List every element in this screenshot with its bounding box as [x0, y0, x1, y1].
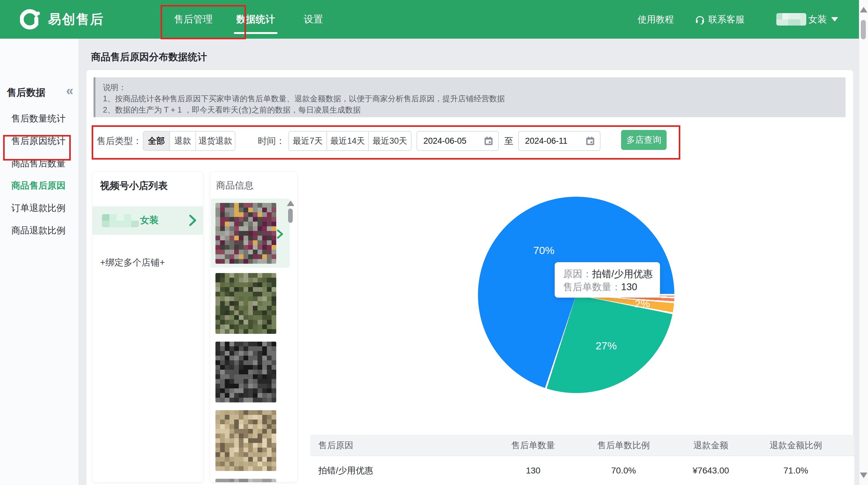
notice-line-2: 2、数据的生产为 T + 1 ，即今天看昨天(含)之前的数据，每日凌晨生成数据: [103, 104, 845, 115]
chevron-right-icon: [277, 229, 283, 239]
end-date-value: 2024-06-11: [525, 136, 567, 146]
headset-icon: [695, 14, 705, 25]
sidebar-item-after-sales-reason[interactable]: 售后原因统计: [0, 132, 79, 150]
nav-after-sales-management[interactable]: 售后管理: [168, 0, 218, 39]
time-option-7d[interactable]: 最近7天: [289, 132, 327, 150]
tooltip-reason-value: 拍错/少用优惠: [592, 268, 653, 279]
end-date-input[interactable]: 2024-06-11: [518, 131, 600, 151]
cell-count: 130: [503, 466, 563, 476]
calendar-icon: [483, 136, 494, 146]
filter-time-label: 时间：: [258, 131, 285, 151]
chart-tooltip: 原因：拍错/少用优惠 售后单数量：130: [555, 262, 660, 298]
nav-settings[interactable]: 设置: [301, 0, 326, 39]
account-name-suffix: 女装: [808, 13, 827, 26]
table-row: 拍错/少用优惠 130 70.0% ¥7643.00 71.0%: [310, 456, 854, 485]
brand-name: 易创售后: [48, 10, 104, 28]
product-thumbnail[interactable]: [215, 479, 276, 483]
account-name-redacted: [776, 13, 806, 26]
active-nav-underline: [234, 32, 278, 34]
col-header-refund-ratio: 退款金额比例: [737, 440, 854, 451]
notice-title: 说明：: [103, 82, 845, 93]
tooltip-count-value: 130: [621, 282, 637, 292]
chevron-right-icon: [189, 215, 197, 226]
product-thumbnail[interactable]: [215, 410, 276, 471]
support-link[interactable]: 联系客服: [708, 0, 745, 39]
brand: 易创售后: [20, 8, 104, 31]
type-option-all[interactable]: 全部: [144, 132, 170, 150]
sidebar-item-after-sales-count[interactable]: 售后数量统计: [0, 109, 79, 128]
scroll-up-icon[interactable]: [860, 7, 867, 12]
filter-type-label: 售后类型：: [97, 131, 142, 151]
cell-refund-amount: ¥7643.00: [684, 466, 737, 476]
chevron-down-icon: [831, 17, 838, 22]
notice-line-1: 1、按商品统计各种售后原因下买家申请的售后单数量、退款金额数据，以便于商家分析售…: [103, 93, 845, 104]
sidebar: 售后数据 « 售后数量统计 售后原因统计 商品售后数量 商品售后原因 订单退款比…: [0, 39, 79, 485]
start-date-input[interactable]: 2024-06-05: [416, 131, 499, 151]
cell-reason: 拍错/少用优惠: [310, 465, 503, 477]
time-option-30d[interactable]: 最近30天: [369, 132, 411, 150]
col-header-count-ratio: 售后单数比例: [563, 440, 684, 451]
calendar-icon: [585, 136, 595, 146]
brand-logo-icon: [20, 8, 42, 31]
notice-box: 说明： 1、按商品统计各种售后原因下买家申请的售后单数量、退款金额数据，以便于商…: [94, 77, 845, 117]
product-scrollbar-thumb[interactable]: [288, 208, 293, 223]
tutorial-link[interactable]: 使用教程: [638, 0, 674, 39]
product-thumbnail[interactable]: [215, 342, 276, 402]
product-info-title: 商品信息: [216, 179, 253, 192]
scroll-up-icon[interactable]: [287, 200, 294, 206]
store-name-redacted: [102, 214, 139, 227]
store-list-title: 视频号小店列表: [100, 179, 168, 192]
time-range-group: 最近7天 最近14天 最近30天: [288, 131, 411, 151]
page-title: 商品售后原因分布数据统计: [91, 51, 207, 64]
app-window: 易创售后 售后管理 数据统计 设置 使用教程 联系客服 女装 售后数据 « 售后…: [0, 0, 868, 485]
col-header-count: 售后单数量: [503, 440, 563, 451]
store-name-suffix: 女装: [140, 214, 159, 227]
tooltip-reason-label: 原因：: [563, 268, 592, 279]
bind-more-stores-link[interactable]: +绑定多个店铺+: [100, 257, 165, 269]
cell-refund-ratio: 71.0%: [737, 466, 854, 476]
sidebar-item-order-refund-ratio[interactable]: 订单退款比例: [0, 199, 79, 217]
time-option-14d[interactable]: 最近14天: [327, 132, 369, 150]
type-option-refund[interactable]: 退款: [170, 132, 196, 150]
store-list-item-selected[interactable]: 女装: [93, 206, 203, 235]
product-info-panel: 商品信息: [210, 171, 298, 483]
sidebar-item-product-as-count[interactable]: 商品售后数量: [0, 154, 79, 172]
sidebar-item-product-refund-ratio[interactable]: 商品退款比例: [0, 221, 79, 239]
app-header: 易创售后 售后管理 数据统计 设置 使用教程 联系客服 女装: [0, 0, 868, 39]
sidebar-collapse-icon[interactable]: «: [66, 84, 73, 97]
col-header-refund-amount: 退款金额: [684, 440, 737, 451]
account-menu[interactable]: 女装: [776, 0, 838, 39]
col-header-reason: 售后原因: [310, 440, 503, 451]
tooltip-count-label: 售后单数量：: [563, 282, 621, 292]
page-scrollbar[interactable]: [859, 0, 868, 485]
type-option-return-refund[interactable]: 退货退款: [196, 132, 235, 150]
reason-table-header: 售后原因 售后单数量 售后单数比例 退款金额 退款金额比例: [310, 435, 854, 456]
cell-count-ratio: 70.0%: [563, 466, 684, 476]
product-thumbnail[interactable]: [215, 273, 276, 334]
store-list-panel: 视频号小店列表 女装 +绑定多个店铺+: [92, 171, 203, 483]
product-thumbnail[interactable]: [215, 203, 276, 264]
date-to-label: 至: [501, 131, 516, 151]
after-sales-type-group: 全部 退款 退货退款: [143, 131, 236, 151]
sidebar-item-product-as-reason[interactable]: 商品售后原因: [0, 176, 79, 194]
multi-store-query-button[interactable]: 多店查询: [621, 130, 666, 150]
scroll-down-icon[interactable]: [860, 473, 867, 478]
page-scrollbar-thumb[interactable]: [861, 20, 866, 39]
start-date-value: 2024-06-05: [424, 136, 466, 146]
sidebar-title: 售后数据: [7, 86, 72, 99]
